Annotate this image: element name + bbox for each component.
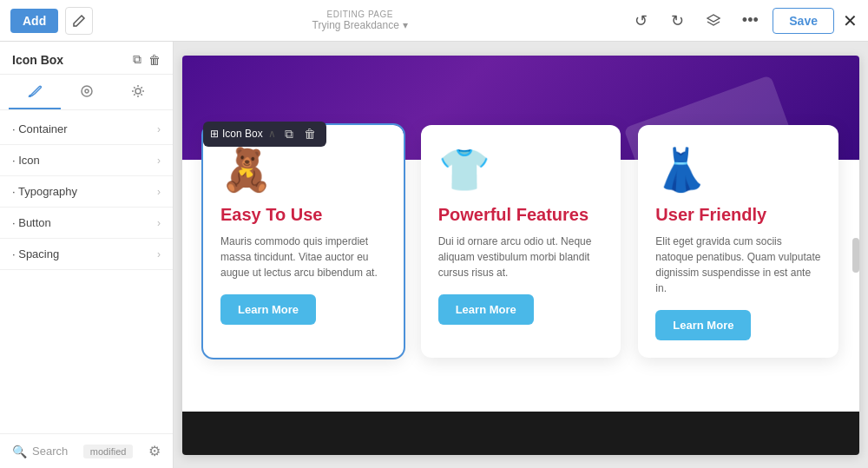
- chevron-right-icon: ›: [157, 186, 161, 198]
- top-bar-center: EDITING PAGE Trying Breakdance ▾: [312, 10, 408, 31]
- typography-label: · Typography: [12, 185, 77, 198]
- sidebar-item-button[interactable]: · Button ›: [0, 208, 173, 239]
- toolbar-duplicate-button[interactable]: ⧉: [281, 125, 297, 143]
- save-button[interactable]: Save: [773, 8, 834, 34]
- sidebar-title-bar: Icon Box ⧉ 🗑: [0, 42, 173, 75]
- undo-button[interactable]: ↺: [627, 7, 654, 35]
- sidebar-item-typography[interactable]: · Typography ›: [0, 176, 173, 208]
- close-button[interactable]: ✕: [843, 10, 858, 31]
- appearance-icon: [79, 83, 95, 99]
- card3-icon: 👗: [655, 146, 821, 194]
- chevron-right-icon: ›: [157, 217, 161, 229]
- add-button[interactable]: Add: [10, 9, 58, 33]
- resize-handle[interactable]: [852, 238, 859, 273]
- top-bar: Add EDITING PAGE Trying Breakdance ▾ ↺ ↻…: [0, 0, 868, 42]
- search-label: Search: [32, 445, 68, 458]
- toolbar-delete-button[interactable]: 🗑: [300, 125, 319, 142]
- sidebar: Icon Box ⧉ 🗑: [0, 42, 174, 468]
- container-label: · Container: [12, 122, 68, 135]
- card1-text: Mauris commodo quis imperdiet massa tinc…: [220, 234, 386, 280]
- card3-text: Elit eget gravida cum sociis natoque pen…: [655, 234, 821, 296]
- layers-button[interactable]: [700, 7, 727, 35]
- sidebar-item-icon[interactable]: · Icon ›: [0, 145, 173, 176]
- canvas[interactable]: ⊞ Icon Box ∧ ⧉ 🗑 🧸 Easy To Use Mauris co…: [174, 42, 868, 468]
- toolbar-separator: ∧: [268, 128, 276, 140]
- editing-label: EDITING PAGE: [327, 10, 393, 19]
- card-toolbar-label: Icon Box: [222, 128, 263, 140]
- tab-style[interactable]: [9, 75, 61, 109]
- page-preview: ⊞ Icon Box ∧ ⧉ 🗑 🧸 Easy To Use Mauris co…: [182, 56, 859, 455]
- sidebar-item-spacing[interactable]: · Spacing ›: [0, 239, 173, 270]
- card3-title: User Friendly: [655, 205, 821, 225]
- svg-point-3: [135, 89, 141, 94]
- card3-learn-more-button[interactable]: Learn More: [655, 310, 751, 340]
- svg-point-2: [85, 89, 89, 93]
- delete-button[interactable]: 🗑: [148, 52, 161, 67]
- card2-title: Powerful Features: [438, 205, 604, 225]
- layers-icon: [706, 13, 721, 29]
- card2-icon: 👕: [438, 146, 604, 194]
- main-layout: Icon Box ⧉ 🗑: [0, 42, 868, 468]
- search-area: 🔍 Search: [12, 445, 68, 458]
- card1-icon: 🧸: [220, 146, 386, 194]
- card1-title: Easy To Use: [220, 205, 386, 225]
- card-toolbar: ⊞ Icon Box ∧ ⧉ 🗑: [203, 122, 326, 147]
- sidebar-tabs: [0, 75, 173, 110]
- page-name: Trying Breakdance: [312, 19, 399, 31]
- svg-point-0: [29, 95, 31, 97]
- cards-area: 🧸 Easy To Use Mauris commodo quis imperd…: [182, 125, 859, 358]
- chevron-right-icon: ›: [157, 123, 161, 135]
- footer-settings-button[interactable]: ⚙: [148, 443, 161, 459]
- top-bar-right: ↺ ↻ ••• Save ✕: [627, 7, 858, 35]
- svg-point-1: [82, 86, 92, 96]
- page-name-row: Trying Breakdance ▾: [312, 19, 408, 31]
- tab-appearance[interactable]: [61, 75, 113, 109]
- dropdown-arrow[interactable]: ▾: [403, 19, 408, 31]
- card1-learn-more-button[interactable]: Learn More: [220, 294, 316, 325]
- sidebar-item-container[interactable]: · Container ›: [0, 114, 173, 145]
- sidebar-footer: 🔍 Search modified ⚙: [0, 433, 173, 468]
- sidebar-items: · Container › · Icon › · Typography › · …: [0, 110, 173, 433]
- brush-icon: [27, 83, 43, 99]
- tab-settings[interactable]: [112, 75, 164, 109]
- top-bar-left: Add: [10, 7, 93, 35]
- button-label: · Button: [12, 216, 51, 229]
- more-options-button[interactable]: •••: [736, 7, 764, 35]
- card-user-friendly[interactable]: 👗 User Friendly Elit eget gravida cum so…: [638, 125, 838, 358]
- duplicate-button[interactable]: ⧉: [133, 52, 141, 67]
- card-easy-to-use[interactable]: 🧸 Easy To Use Mauris commodo quis imperd…: [203, 125, 404, 358]
- spacing-label: · Spacing: [12, 247, 59, 260]
- modified-badge: modified: [83, 445, 134, 458]
- sidebar-title-icons: ⧉ 🗑: [133, 52, 161, 67]
- card-powerful-features[interactable]: 👕 Powerful Features Dui id ornare arcu o…: [421, 125, 621, 358]
- card-toolbar-icon: ⊞: [210, 128, 219, 140]
- chevron-right-icon: ›: [157, 248, 161, 260]
- canvas-background: ⊞ Icon Box ∧ ⧉ 🗑 🧸 Easy To Use Mauris co…: [174, 42, 868, 468]
- sidebar-title: Icon Box: [12, 53, 63, 67]
- edit-icon: [72, 14, 86, 28]
- edit-icon-button[interactable]: [65, 7, 93, 35]
- redo-button[interactable]: ↻: [663, 7, 691, 35]
- page-footer: [182, 412, 859, 455]
- gear-icon: [130, 83, 146, 99]
- card2-learn-more-button[interactable]: Learn More: [438, 294, 534, 325]
- search-icon: 🔍: [12, 445, 27, 458]
- card2-text: Dui id ornare arcu odio ut. Neque aliqua…: [438, 234, 604, 280]
- icon-label: · Icon: [12, 154, 40, 167]
- chevron-right-icon: ›: [157, 155, 161, 167]
